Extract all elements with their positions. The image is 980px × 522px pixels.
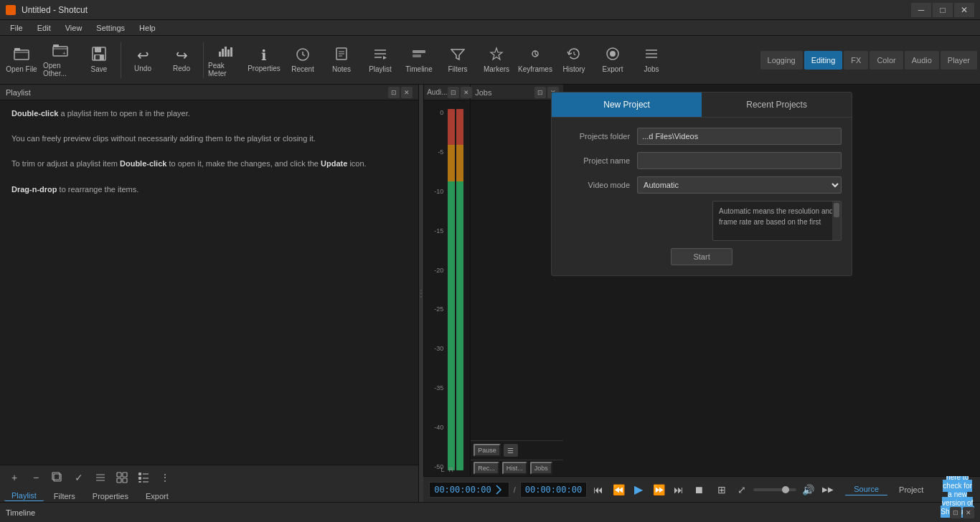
dialog-body: Projects folder ...d Files\Videos Projec… — [552, 118, 852, 275]
description-scrollbar[interactable] — [832, 201, 841, 240]
total-time: 00:00:00:00 — [525, 485, 582, 495]
audio-float-btn[interactable]: ⊡ — [448, 87, 459, 98]
open-other-button[interactable]: + Open Other... — [42, 39, 79, 82]
playlist-detail-view-btn[interactable] — [133, 468, 154, 487]
transport-rewind-btn[interactable]: ⏪ — [610, 481, 627, 498]
timeline-header: Timeline ⊡ ✕ — [0, 503, 980, 522]
playlist-header: Playlist ⊡ ✕ — [0, 85, 418, 100]
jobs-label: Jobs — [644, 65, 659, 73]
jobs-button[interactable]: Jobs — [633, 39, 670, 82]
notes-button[interactable]: Notes — [323, 39, 360, 82]
transport-play-btn[interactable]: ▶ — [630, 481, 647, 498]
menu-file[interactable]: File — [3, 22, 30, 34]
peak-meter-icon — [218, 43, 232, 60]
layout-fx[interactable]: FX — [844, 51, 868, 70]
playlist-button[interactable]: Playlist — [362, 39, 399, 82]
layout-logging[interactable]: Logging — [760, 51, 803, 70]
tab-properties[interactable]: Properties — [85, 491, 136, 501]
open-other-icon: + — [52, 43, 68, 60]
playlist-help-1: Double-click a playlist item to open it … — [11, 108, 407, 120]
meter-r-label: R — [448, 466, 453, 473]
meters-area: 0 -5 -10 -15 -20 -25 -30 -35 -40 -50 — [425, 106, 468, 473]
description-text: Automatic means the resolution and frame… — [719, 207, 834, 226]
transport-bar: 00:00:00:00 / 00:00:00:00 ⏮ ⏪ ▶ ⏩ ⏭ ⏹ ⊞ … — [423, 476, 980, 502]
view-grid-btn[interactable]: ⊞ — [713, 481, 730, 498]
layout-color[interactable]: Color — [870, 51, 903, 70]
svg-rect-17 — [413, 50, 425, 53]
close-button[interactable]: ✕ — [954, 3, 974, 17]
save-button[interactable]: Save — [80, 39, 118, 82]
playlist-close-btn[interactable]: ✕ — [401, 87, 413, 98]
notes-icon — [334, 47, 349, 63]
export-button[interactable]: Export — [594, 39, 631, 82]
open-file-button[interactable]: Open File — [3, 39, 40, 82]
history-button[interactable]: History — [555, 39, 593, 82]
properties-label: Properties — [248, 65, 281, 72]
menu-view[interactable]: View — [58, 22, 90, 34]
audio-meters-header: Audi... ⊡ ✕ — [424, 85, 470, 100]
tab-filters[interactable]: Filters — [47, 491, 83, 501]
playlist-update-btn[interactable]: ✓ — [69, 468, 89, 487]
filters-button[interactable]: Filters — [439, 39, 476, 82]
view-fullscreen-btn[interactable]: ⤢ — [733, 481, 750, 498]
timeline-float-btn[interactable]: ⊡ — [950, 507, 961, 518]
menu-help[interactable]: Help — [132, 22, 163, 34]
meter-left — [448, 109, 455, 470]
timeline-close-btn[interactable]: ✕ — [963, 507, 974, 518]
properties-button[interactable]: ℹ Properties — [245, 39, 283, 82]
menu-edit[interactable]: Edit — [30, 22, 58, 34]
projects-folder-label: Projects folder — [562, 132, 630, 141]
layout-editing[interactable]: Editing — [804, 51, 843, 70]
start-button[interactable]: Start — [671, 248, 732, 265]
transport-skip-start-btn[interactable]: ⏮ — [590, 481, 607, 498]
svg-rect-24 — [117, 473, 121, 477]
volume-icon-btn[interactable]: 🔊 — [799, 481, 816, 498]
markers-button[interactable]: Markers — [478, 39, 515, 82]
project-name-input[interactable] — [637, 152, 842, 169]
playlist-more-btn[interactable]: ⋮ — [155, 468, 175, 487]
recent-button[interactable]: Recent — [284, 39, 321, 82]
playlist-icon-view-btn[interactable] — [112, 468, 132, 487]
redo-button[interactable]: ↪ Redo — [163, 39, 200, 82]
layout-player[interactable]: Player — [941, 51, 977, 70]
current-time-display: 00:00:00:00 — [429, 482, 509, 498]
maximize-button[interactable]: □ — [933, 3, 953, 17]
svg-rect-13 — [230, 47, 232, 57]
source-tab[interactable]: Source — [845, 483, 887, 495]
history-label: History — [562, 65, 585, 73]
playlist-list-view-btn[interactable] — [90, 468, 110, 487]
playlist-add-btn[interactable]: + — [4, 468, 24, 487]
playlist-panel: Playlist ⊡ ✕ Double-click a playlist ite… — [0, 85, 419, 502]
svg-rect-30 — [138, 481, 141, 483]
playlist-help-2: You can freely preview clips without nec… — [11, 133, 407, 146]
playlist-clone-btn[interactable] — [47, 468, 67, 487]
playlist-float-btn[interactable]: ⊡ — [388, 87, 400, 98]
keyframes-icon — [527, 47, 543, 63]
new-project-tab[interactable]: New Project — [552, 92, 702, 117]
undo-button[interactable]: ↩ Undo — [124, 39, 161, 82]
peak-meter-button[interactable]: Peak Meter — [207, 39, 244, 82]
projects-folder-input[interactable]: ...d Files\Videos — [637, 128, 842, 145]
transport-forward-btn[interactable]: ⏩ — [650, 481, 667, 498]
keyframes-button[interactable]: Keyframes — [517, 39, 554, 82]
svg-rect-3 — [53, 44, 59, 47]
layout-audio[interactable]: Audio — [905, 51, 939, 70]
menu-settings[interactable]: Settings — [89, 22, 132, 34]
undo-icon: ↩ — [137, 48, 149, 62]
transport-stop-btn[interactable]: ⏹ — [690, 481, 707, 498]
recent-projects-tab[interactable]: Recent Projects — [702, 92, 852, 117]
video-mode-select[interactable]: Automatic — [637, 176, 842, 194]
transport-more-btn[interactable]: ▶▶ — [819, 481, 837, 498]
project-tab[interactable]: Project — [890, 484, 932, 495]
audio-close-btn[interactable]: ✕ — [461, 87, 472, 98]
tab-playlist[interactable]: Playlist — [4, 490, 44, 501]
svg-rect-0 — [14, 50, 29, 60]
export-label: Export — [603, 65, 623, 73]
dialog-tabs: New Project Recent Projects — [552, 92, 852, 118]
volume-slider[interactable] — [753, 488, 796, 491]
timeline-button[interactable]: Timeline — [400, 39, 438, 82]
playlist-remove-btn[interactable]: − — [26, 468, 46, 487]
transport-skip-end-btn[interactable]: ⏭ — [670, 481, 687, 498]
tab-export[interactable]: Export — [138, 491, 176, 501]
minimize-button[interactable]: ─ — [911, 3, 931, 17]
